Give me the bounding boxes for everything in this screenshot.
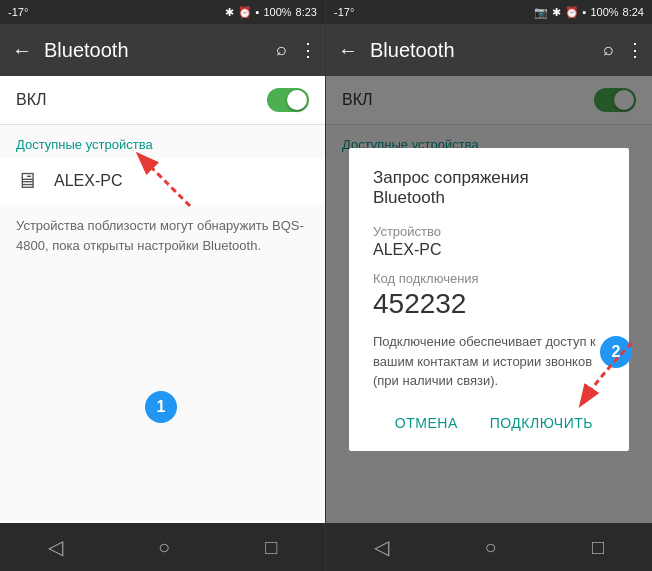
right-status-bar: -17° 📷 ✱ ⏰ ▪ 100% 8:24	[326, 0, 652, 24]
left-status-bar: -17° ✱ ⏰ ▪ 100% 8:23	[0, 0, 325, 24]
left-toolbar-title: Bluetooth	[44, 39, 268, 62]
dialog-description: Подключение обеспечивает доступ к вашим …	[373, 332, 605, 391]
right-step-circle: 2	[600, 336, 632, 368]
right-step-number: 2	[612, 343, 621, 361]
left-toggle-switch[interactable]	[267, 88, 309, 112]
right-bluetooth-icon: ✱	[552, 6, 561, 19]
cancel-button[interactable]: ОТМЕНА	[383, 407, 470, 439]
right-status-left: -17°	[334, 6, 354, 18]
right-time: 8:24	[623, 6, 644, 18]
dialog-actions: ОТМЕНА ПОДКЛЮЧИТЬ	[373, 407, 605, 439]
left-search-icon[interactable]: ⌕	[276, 39, 287, 61]
right-search-icon[interactable]: ⌕	[603, 39, 614, 61]
right-toolbar: ← Bluetooth ⌕ ⋮	[326, 24, 652, 76]
left-toolbar: ← Bluetooth ⌕ ⋮	[0, 24, 325, 76]
right-back-nav[interactable]: ◁	[354, 527, 409, 567]
left-bluetooth-icon: ✱	[225, 6, 234, 19]
left-temp: -17°	[8, 6, 28, 18]
right-toolbar-icons: ⌕ ⋮	[603, 39, 644, 61]
left-toggle-label: ВКЛ	[16, 91, 47, 109]
right-battery-pct: 100%	[590, 6, 618, 18]
left-toggle-row[interactable]: ВКЛ	[0, 76, 325, 125]
dialog-title: Запрос сопряжения Bluetooth	[373, 168, 605, 208]
left-time: 8:23	[296, 6, 317, 18]
device-label: Устройство	[373, 224, 605, 239]
right-temp: -17°	[334, 6, 354, 18]
left-step-number: 1	[157, 398, 166, 416]
left-monitor-icon: 🖥	[16, 168, 38, 194]
left-recent-nav[interactable]: □	[245, 528, 297, 567]
bluetooth-pairing-dialog: Запрос сопряжения Bluetooth Устройство A…	[349, 148, 629, 451]
left-battery-pct: 100%	[263, 6, 291, 18]
right-status-right: 📷 ✱ ⏰ ▪ 100% 8:24	[534, 6, 644, 19]
left-back-nav[interactable]: ◁	[28, 527, 83, 567]
dialog-overlay: Запрос сопряжения Bluetooth Устройство A…	[326, 76, 652, 523]
pairing-code: 452232	[373, 288, 605, 320]
left-toolbar-icons: ⌕ ⋮	[276, 39, 317, 61]
right-toolbar-title: Bluetooth	[370, 39, 595, 62]
dialog-device-name: ALEX-PC	[373, 241, 605, 259]
right-battery-icon: ▪	[583, 6, 587, 18]
right-phone-screen: -17° 📷 ✱ ⏰ ▪ 100% 8:24 ← Bluetooth ⌕ ⋮ В…	[326, 0, 652, 571]
right-recent-nav[interactable]: □	[572, 528, 624, 567]
left-home-nav[interactable]: ○	[138, 528, 190, 567]
right-camera-icon: 📷	[534, 6, 548, 19]
code-label: Код подключения	[373, 271, 605, 286]
right-content: ВКЛ Доступные устройства Запрос сопряжен…	[326, 76, 652, 523]
left-content: ВКЛ Доступные устройства 🖥 ALEX-PC Устро…	[0, 76, 325, 523]
left-discovery-text: Устройства поблизости могут обнаружить B…	[0, 204, 325, 267]
left-alarm-icon: ⏰	[238, 6, 252, 19]
right-more-icon[interactable]: ⋮	[626, 39, 644, 61]
left-status-left: -17°	[8, 6, 28, 18]
left-section-header: Доступные устройства	[0, 125, 325, 158]
right-alarm-icon: ⏰	[565, 6, 579, 19]
right-back-button[interactable]: ←	[334, 35, 362, 66]
left-device-item[interactable]: 🖥 ALEX-PC	[0, 158, 325, 204]
left-nav-bar: ◁ ○ □	[0, 523, 325, 571]
left-device-name: ALEX-PC	[54, 172, 122, 190]
left-back-button[interactable]: ←	[8, 35, 36, 66]
left-more-icon[interactable]: ⋮	[299, 39, 317, 61]
connect-button[interactable]: ПОДКЛЮЧИТЬ	[478, 407, 605, 439]
left-phone-screen: -17° ✱ ⏰ ▪ 100% 8:23 ← Bluetooth ⌕ ⋮ ВКЛ…	[0, 0, 326, 571]
left-battery-icon: ▪	[256, 6, 260, 18]
left-step-circle: 1	[145, 391, 177, 423]
right-nav-bar: ◁ ○ □	[326, 523, 652, 571]
left-status-right: ✱ ⏰ ▪ 100% 8:23	[225, 6, 317, 19]
right-home-nav[interactable]: ○	[464, 528, 516, 567]
